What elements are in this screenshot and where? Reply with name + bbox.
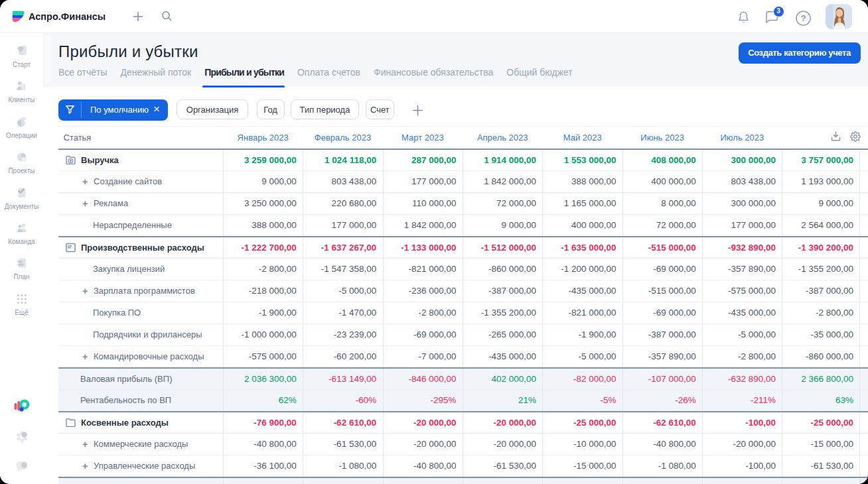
svg-text:?: ?	[800, 13, 806, 23]
